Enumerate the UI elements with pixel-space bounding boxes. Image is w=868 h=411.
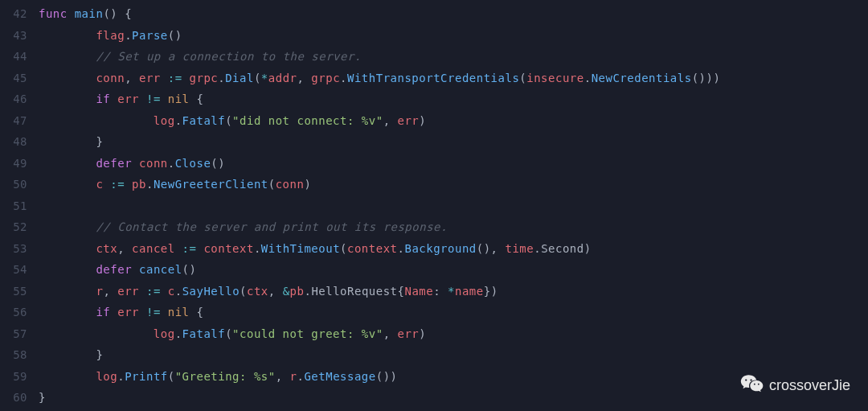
watermark-text: crossoverJie (769, 377, 850, 394)
code-line: if err != nil { (39, 88, 868, 110)
wechat-icon (740, 373, 769, 398)
code-editor: 42 43 44 45 46 47 48 49 50 51 52 53 54 5… (0, 0, 868, 409)
code-line: } (39, 131, 868, 153)
code-line: defer conn.Close() (39, 153, 868, 175)
line-number: 58 (0, 344, 27, 366)
code-line: defer cancel() (39, 259, 868, 281)
line-number: 42 (0, 3, 27, 25)
code-line: conn, err := grpc.Dial(*addr, grpc.WithT… (39, 68, 868, 89)
line-number: 57 (0, 323, 27, 345)
line-number: 52 (0, 216, 27, 238)
line-number: 44 (0, 46, 27, 68)
line-number: 53 (0, 238, 27, 260)
line-number: 49 (0, 153, 27, 175)
code-line (39, 195, 868, 217)
code-line: ctx, cancel := context.WithTimeout(conte… (39, 238, 868, 260)
code-line: // Set up a connection to the server. (39, 46, 868, 68)
line-number: 45 (0, 68, 27, 89)
line-number: 51 (0, 195, 27, 217)
code-line: flag.Parse() (39, 25, 868, 47)
watermark: crossoverJie (740, 373, 850, 398)
code-line: log.Fatalf("could not greet: %v", err) (39, 323, 868, 345)
line-number: 55 (0, 281, 27, 302)
line-number: 46 (0, 88, 27, 110)
line-number: 43 (0, 25, 27, 47)
code-area[interactable]: func main() { flag.Parse() // Set up a c… (39, 3, 868, 409)
code-line: // Contact the server and print out its … (39, 216, 868, 238)
line-number: 48 (0, 131, 27, 153)
code-line: if err != nil { (39, 302, 868, 323)
line-number: 60 (0, 387, 27, 409)
code-line: func main() { (39, 3, 868, 25)
line-number: 56 (0, 302, 27, 323)
line-number: 47 (0, 110, 27, 132)
line-number: 50 (0, 174, 27, 195)
code-line: log.Fatalf("did not connect: %v", err) (39, 110, 868, 132)
line-number: 54 (0, 259, 27, 281)
code-line: c := pb.NewGreeterClient(conn) (39, 174, 868, 195)
line-number-gutter: 42 43 44 45 46 47 48 49 50 51 52 53 54 5… (0, 3, 39, 409)
code-line: } (39, 344, 868, 366)
code-line: r, err := c.SayHello(ctx, &pb.HelloReque… (39, 281, 868, 302)
line-number: 59 (0, 366, 27, 388)
